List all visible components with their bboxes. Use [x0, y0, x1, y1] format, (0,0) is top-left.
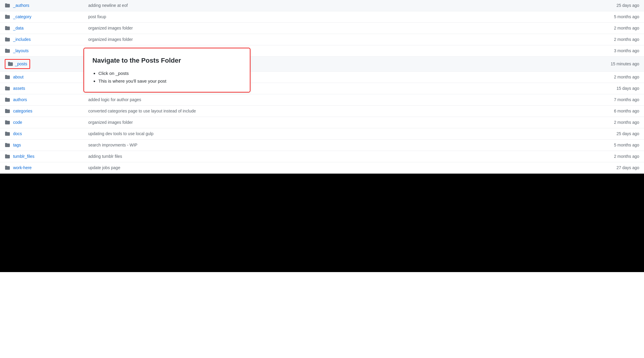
time-ago: 6 months ago: [590, 106, 644, 117]
file-link[interactable]: work-here: [13, 165, 32, 170]
time-ago: 2 months ago: [590, 23, 644, 34]
commit-message: search improvments - WIP: [83, 140, 590, 151]
commit-message: converted categories page to use layout …: [83, 106, 590, 117]
file-link[interactable]: categories: [13, 109, 32, 113]
commit-message: adding tumblr files: [83, 151, 590, 162]
folder-icon: [5, 3, 10, 8]
time-ago: 2 months ago: [590, 117, 644, 128]
file-link[interactable]: about: [13, 75, 24, 79]
time-ago: 25 days ago: [590, 128, 644, 140]
commit-message: adding newline at eof: [83, 0, 590, 11]
folder-icon: [5, 97, 10, 102]
folder-icon: [5, 143, 10, 147]
black-bar: [0, 174, 644, 272]
folder-icon: [5, 165, 10, 170]
folder-icon: [5, 86, 10, 91]
commit-message: added logic for author pages: [83, 94, 590, 106]
time-ago: 2 months ago: [590, 34, 644, 45]
time-ago: 5 months ago: [590, 11, 644, 23]
tooltip-title: Navigate to the Posts Folder: [92, 55, 242, 65]
folder-icon: [5, 109, 10, 113]
file-link[interactable]: _layouts: [13, 48, 29, 53]
time-ago: 3 months ago: [590, 45, 644, 57]
file-link[interactable]: _category: [13, 14, 31, 19]
time-ago: 25 days ago: [590, 0, 644, 11]
tooltip-popup: Navigate to the Posts Folder Click on _p…: [83, 48, 250, 92]
commit-message: organized images folder: [83, 34, 590, 45]
time-ago: 5 months ago: [590, 140, 644, 151]
commit-message: post fixup: [83, 11, 590, 23]
file-link[interactable]: tags: [13, 143, 21, 147]
folder-icon: [5, 75, 10, 79]
folder-icon: [8, 61, 13, 66]
commit-message: update jobs page: [83, 162, 590, 174]
folder-icon: [5, 14, 10, 19]
folder-icon: [5, 154, 10, 159]
file-link[interactable]: assets: [13, 86, 25, 91]
commit-message: organized images folder: [83, 117, 590, 128]
file-link[interactable]: code: [13, 120, 22, 125]
file-link[interactable]: tumblr_files: [13, 154, 35, 159]
file-table: _authors adding newline at eof 25 days a…: [0, 0, 644, 174]
folder-icon: [5, 120, 10, 125]
file-link[interactable]: docs: [13, 131, 22, 136]
time-ago: 27 days ago: [590, 162, 644, 174]
time-ago: 7 months ago: [590, 94, 644, 106]
file-link[interactable]: _posts: [15, 61, 27, 67]
tooltip-bullet-1: Click on _posts: [98, 70, 242, 77]
time-ago: 2 months ago: [590, 72, 644, 83]
file-link[interactable]: _includes: [13, 37, 31, 42]
commit-message: organized images folder: [83, 23, 590, 34]
tooltip-bullet-2: This is where you'll save your post: [98, 77, 242, 85]
folder-icon: [5, 131, 10, 136]
time-ago: 2 months ago: [590, 151, 644, 162]
file-link[interactable]: authors: [13, 97, 27, 102]
folder-icon: [5, 48, 10, 53]
folder-icon: [5, 26, 10, 30]
time-ago: 15 days ago: [590, 83, 644, 94]
time-ago: 15 minutes ago: [590, 57, 644, 72]
commit-message: updating dev tools to use local gulp: [83, 128, 590, 140]
file-link[interactable]: _data: [13, 26, 24, 30]
file-link[interactable]: _authors: [13, 3, 29, 8]
folder-icon: [5, 37, 10, 42]
